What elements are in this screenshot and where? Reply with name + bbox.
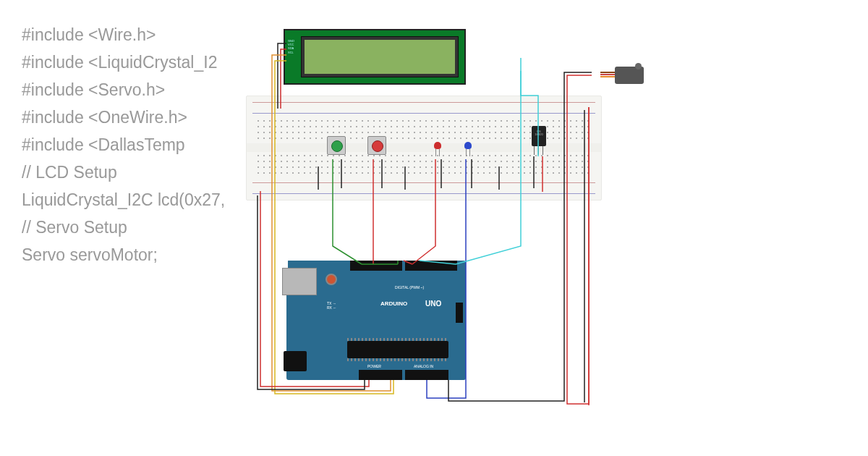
arduino-header-digital-high (350, 261, 402, 271)
arduino-header-power (359, 370, 402, 380)
led-red[interactable] (434, 142, 441, 149)
arduino-model-label: UNO (425, 300, 441, 308)
servo-motor[interactable] (600, 65, 651, 87)
lcd-screen (305, 40, 455, 74)
led-blue[interactable] (464, 142, 472, 149)
push-button-green[interactable] (327, 136, 346, 155)
circuit-diagram: GND VCC SDA SCL DS (246, 29, 622, 420)
arduino-power-jack (284, 351, 307, 371)
arduino-header-analog (405, 370, 448, 380)
arduino-atmega-chip (347, 341, 448, 358)
breadboard[interactable] (246, 96, 602, 200)
temp-sensor-ds18b20[interactable]: DS 18B20 (532, 126, 546, 146)
arduino-analog-label: ANALOG IN (414, 364, 433, 368)
code-line: Servo servoMotor; (22, 242, 225, 269)
code-line: // Servo Setup (22, 214, 225, 242)
arduino-txrx-label: TX → RX ← (327, 301, 336, 310)
arduino-reset-button[interactable] (326, 274, 337, 285)
lcd-bezel (301, 36, 459, 77)
ds18b20-label: DS 18B20 (532, 126, 546, 137)
arduino-brand-label: ARDUINO (380, 300, 407, 307)
arduino-header-digital-low (405, 261, 457, 271)
code-line: LiquidCrystal_I2C lcd(0x27, (22, 187, 225, 214)
code-line: #include <DallasTemp (22, 132, 225, 159)
arduino-uno[interactable]: ARDUINO UNO DIGITAL (PWM ~) POWER ANALOG… (286, 261, 466, 380)
lcd-module[interactable]: GND VCC SDA SCL (284, 29, 466, 85)
arduino-icsp-header (456, 303, 463, 323)
breadboard-rail-bottom (252, 181, 595, 195)
code-line: #include <Servo.h> (22, 77, 225, 104)
code-line: #include <Wire.h> (22, 22, 225, 49)
code-line: #include <OneWire.h> (22, 104, 225, 132)
push-button-red[interactable] (367, 136, 386, 155)
code-line: #include <LiquidCrystal_I2 (22, 49, 225, 77)
servo-horn (635, 63, 642, 69)
servo-body (615, 67, 644, 84)
arduino-usb-port (282, 268, 317, 295)
source-code-overlay: #include <Wire.h> #include <LiquidCrysta… (22, 22, 225, 269)
breadboard-gutter (247, 143, 601, 152)
arduino-power-label: POWER (367, 364, 381, 368)
breadboard-rail-top (252, 101, 595, 115)
servo-wires (600, 72, 616, 79)
lcd-pin-labels: GND VCC SDA SCL (288, 39, 294, 54)
arduino-digital-label: DIGITAL (PWM ~) (395, 285, 424, 290)
code-line: // LCD Setup (22, 159, 225, 187)
